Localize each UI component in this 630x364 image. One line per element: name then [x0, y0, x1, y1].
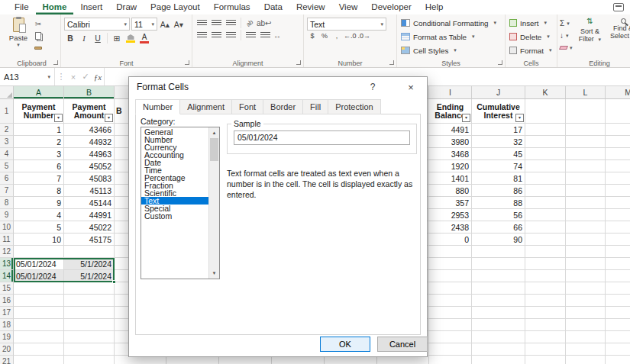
cell-J17[interactable] — [472, 307, 525, 319]
fill-button[interactable]: ↓▾ — [560, 30, 573, 41]
cell-M4[interactable] — [606, 148, 630, 160]
grow-font-button[interactable]: A▴ — [159, 18, 171, 31]
cell-K2[interactable] — [525, 124, 566, 136]
cell-I5[interactable]: 1920 — [429, 160, 472, 172]
cell-L4[interactable] — [566, 148, 606, 160]
cell-L20[interactable] — [566, 343, 606, 356]
shrink-font-button[interactable]: A▾ — [173, 18, 185, 31]
cell-A3[interactable]: 2 — [14, 136, 64, 148]
menu-tab-insert[interactable]: Insert — [73, 0, 109, 14]
row-header-18[interactable]: 18 — [0, 319, 14, 331]
cell-B12[interactable] — [64, 246, 115, 258]
cell-B13[interactable]: 5/1/2024 — [64, 258, 115, 270]
cell-L13[interactable] — [566, 258, 606, 270]
column-header-L[interactable]: L — [566, 86, 606, 99]
cell-J15[interactable] — [472, 282, 525, 295]
category-item-custom[interactable]: Custom — [141, 212, 208, 220]
category-scrollbar[interactable]: ▲ ▼ — [208, 127, 219, 279]
cell-I14[interactable] — [429, 270, 472, 282]
row-header-12[interactable]: 12 — [0, 246, 14, 258]
font-color-button[interactable]: A — [138, 32, 150, 44]
cell-M8[interactable] — [606, 197, 630, 209]
cell-K15[interactable] — [525, 282, 566, 295]
align-right-icon[interactable] — [226, 32, 236, 39]
cell-K19[interactable] — [525, 331, 566, 343]
cell-J21[interactable] — [472, 356, 525, 364]
cell-A5[interactable]: 6 — [14, 160, 64, 172]
cell-K3[interactable] — [525, 136, 566, 148]
align-center-icon[interactable] — [212, 32, 221, 39]
cell-J5[interactable]: 74 — [472, 160, 525, 172]
cell-A17[interactable] — [14, 307, 64, 319]
row-header-14[interactable]: 14 — [0, 270, 14, 282]
scroll-thumb[interactable] — [210, 138, 218, 161]
cancel-entry-icon[interactable]: × — [67, 72, 79, 82]
cell-B3[interactable]: 44932 — [64, 136, 115, 148]
cell-K17[interactable] — [525, 307, 566, 319]
cell-K12[interactable] — [525, 246, 566, 258]
cell-B4[interactable]: 44963 — [64, 148, 115, 160]
row-header-13[interactable]: 13 — [0, 258, 14, 270]
cell-K21[interactable] — [525, 356, 566, 364]
row-header-16[interactable]: 16 — [0, 295, 14, 307]
scroll-down-icon[interactable]: ▼ — [209, 268, 219, 279]
font-dialog-launcher[interactable] — [185, 60, 189, 65]
cell-A19[interactable] — [14, 331, 64, 343]
align-bottom-icon[interactable] — [226, 20, 236, 27]
cell-K18[interactable] — [525, 319, 566, 331]
cut-icon[interactable]: ✂ — [31, 18, 45, 29]
cell-B7[interactable]: 45113 — [64, 185, 115, 197]
cell-L3[interactable] — [566, 136, 606, 148]
cell-K14[interactable] — [525, 270, 566, 282]
ribbon-display-options-icon[interactable] — [613, 3, 624, 11]
cell-L12[interactable] — [566, 246, 606, 258]
cell-I21[interactable] — [429, 356, 472, 364]
menu-tab-developer[interactable]: Developer — [364, 0, 418, 14]
cell-M21[interactable] — [606, 356, 630, 364]
cell-I19[interactable] — [429, 331, 472, 343]
cell-M14[interactable] — [606, 270, 630, 282]
cell-A18[interactable] — [14, 319, 64, 331]
cell-A6[interactable]: 7 — [14, 172, 64, 185]
row-header-10[interactable]: 10 — [0, 221, 14, 234]
cell-K4[interactable] — [525, 148, 566, 160]
row-header-15[interactable]: 15 — [0, 282, 14, 295]
cell-L1[interactable] — [566, 99, 606, 124]
cell-L2[interactable] — [566, 124, 606, 136]
cell-I9[interactable]: 2953 — [429, 209, 472, 221]
cell-B16[interactable] — [64, 295, 115, 307]
column-header-J[interactable]: J — [472, 86, 525, 99]
conditional-formatting-button[interactable]: Conditional Formatting ▾ — [399, 16, 502, 30]
cell-I6[interactable]: 1401 — [429, 172, 472, 185]
menu-tab-review[interactable]: Review — [289, 0, 332, 14]
cell-A1[interactable]: Payment Number▾ — [14, 99, 64, 124]
cell-J1[interactable]: Cumulative Interest▾ — [472, 99, 525, 124]
cell-K11[interactable] — [525, 234, 566, 246]
cell-I7[interactable]: 880 — [429, 185, 472, 197]
cell-I18[interactable] — [429, 319, 472, 331]
dialog-tab-fill[interactable]: Fill — [303, 99, 328, 114]
row-header-21[interactable]: 21 — [0, 356, 14, 364]
cell-A2[interactable]: 1 — [14, 124, 64, 136]
autosum-button[interactable]: Σ▾ — [560, 18, 573, 29]
cell-J6[interactable]: 81 — [472, 172, 525, 185]
filter-button-A[interactable]: ▾ — [54, 114, 63, 122]
font-size-combo[interactable]: 11▾ — [131, 18, 157, 31]
row-header-4[interactable]: 4 — [0, 148, 14, 160]
cell-K20[interactable] — [525, 343, 566, 356]
cell-L7[interactable] — [566, 185, 606, 197]
format-as-table-button[interactable]: Format as Table ▾ — [399, 30, 502, 43]
styles-dialog-launcher[interactable] — [498, 60, 502, 65]
insert-cells-button[interactable]: Insert ▾ — [508, 16, 554, 30]
number-dialog-launcher[interactable] — [389, 60, 394, 65]
ok-button[interactable]: OK — [320, 337, 370, 352]
increase-decimal-button[interactable]: ←.0 — [344, 32, 357, 40]
cell-B14[interactable]: 5/1/2024 — [64, 270, 115, 282]
format-cells-button[interactable]: Format ▾ — [508, 43, 554, 57]
cell-J19[interactable] — [472, 331, 525, 343]
underline-button[interactable]: U — [92, 32, 104, 44]
cell-A14[interactable]: 05/01/2024 — [14, 270, 64, 282]
menu-tab-help[interactable]: Help — [418, 0, 451, 14]
fill-handle[interactable] — [112, 280, 116, 284]
cell-M3[interactable] — [606, 136, 630, 148]
